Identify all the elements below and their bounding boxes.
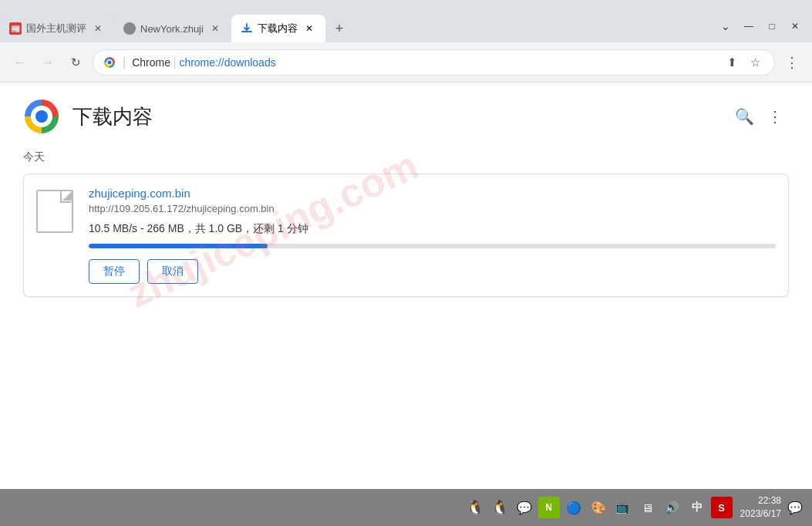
progress-bar-fill: [89, 244, 268, 248]
tab2-favicon: [123, 22, 136, 35]
chrome-logo-large: [23, 98, 60, 135]
taskbar-time: 22:38 2023/6/17: [740, 494, 781, 521]
more-options-button[interactable]: ⋮: [761, 103, 789, 130]
forward-button[interactable]: →: [37, 52, 59, 73]
page-header-actions: 🔍 ⋮: [730, 103, 789, 130]
taskbar-icon-bluetooth[interactable]: 🔵: [563, 497, 585, 518]
search-button[interactable]: 🔍: [730, 103, 758, 130]
download-actions: 暂停 取消: [89, 259, 776, 284]
taskbar-icon-qq1[interactable]: 🐧: [464, 497, 486, 518]
page-title: 下载内容: [72, 103, 153, 130]
bookmark-button[interactable]: ☆: [745, 52, 765, 72]
section-label: 今天: [23, 150, 789, 164]
time-display: 22:38: [758, 494, 781, 507]
page-header: 下载内容 🔍 ⋮: [23, 98, 789, 135]
cancel-button[interactable]: 取消: [147, 259, 198, 284]
taskbar: 🐧 🐧 💬 N 🔵 🎨 📺 🖥 🔊 中 S 22:38 2023/6/17 💬: [0, 489, 812, 526]
notification-button[interactable]: 💬: [784, 497, 806, 518]
taskbar-icon-app1[interactable]: 🎨: [588, 497, 609, 518]
taskbar-icon-display1[interactable]: 📺: [612, 497, 634, 518]
chrome-logo-small: [103, 56, 116, 69]
url-actions: ⬆ ☆: [722, 52, 765, 72]
page-content: 下载内容 🔍 ⋮ zhujiceping.com 今天 zhujiceping.…: [0, 83, 812, 489]
taskbar-icon-volume[interactable]: 🔊: [662, 497, 683, 518]
taskbar-icon-qq2[interactable]: 🐧: [489, 497, 510, 518]
url-bar[interactable]: | Chrome | chrome://downloads ⬆ ☆: [93, 49, 775, 76]
tab-1[interactable]: 📰 国外主机测评 ✕: [0, 15, 114, 42]
svg-point-5: [35, 110, 48, 123]
taskbar-icon-nvidia[interactable]: N: [538, 497, 560, 518]
minimize-button[interactable]: —: [738, 18, 760, 35]
taskbar-icon-ime[interactable]: 中: [686, 497, 708, 518]
taskbar-icon-wps[interactable]: S: [711, 497, 733, 518]
progress-bar-container: [89, 244, 776, 248]
download-card: zhujiceping.com.bin http://109.205.61.17…: [23, 174, 789, 297]
back-button[interactable]: ←: [9, 52, 31, 73]
address-bar: ← → ↻ | Chrome | chrome://downloads ⬆ ☆: [0, 42, 812, 83]
chevron-button[interactable]: ⌄: [715, 18, 736, 35]
tab-2[interactable]: NewYork.zhuji ✕: [114, 15, 231, 42]
browser-menu-button[interactable]: ⋮: [781, 52, 803, 73]
file-icon: [36, 190, 73, 233]
pause-button[interactable]: 暂停: [89, 259, 140, 284]
url-prefix: Chrome: [132, 56, 170, 69]
url-text: Chrome | chrome://downloads: [132, 56, 716, 69]
maximize-button[interactable]: □: [761, 18, 783, 35]
close-button[interactable]: ✕: [784, 18, 806, 35]
taskbar-icon-display2[interactable]: 🖥: [637, 497, 659, 518]
reload-button[interactable]: ↻: [65, 52, 86, 73]
share-button[interactable]: ⬆: [722, 52, 742, 72]
tab2-close[interactable]: ✕: [208, 22, 222, 35]
url-path: chrome://downloads: [179, 56, 275, 69]
tab3-close[interactable]: ✕: [302, 22, 316, 35]
tabs-container: 📰 国外主机测评 ✕ NewYork.zhuji ✕ 下载内容 ✕ +: [0, 0, 709, 42]
taskbar-icon-wechat[interactable]: 💬: [514, 497, 535, 518]
title-bar: 📰 国外主机测评 ✕ NewYork.zhuji ✕ 下载内容 ✕ +: [0, 0, 812, 42]
new-tab-button[interactable]: +: [329, 18, 350, 39]
window-controls: ⌄ — □ ✕: [709, 18, 812, 35]
tab-3[interactable]: 下载内容 ✕: [231, 15, 325, 42]
download-filename[interactable]: zhujiceping.com.bin: [89, 187, 776, 200]
tab1-favicon: 📰: [9, 22, 22, 35]
download-status: 10.5 MB/s - 266 MB，共 1.0 GB，还剩 1 分钟: [89, 222, 776, 236]
tab1-close[interactable]: ✕: [91, 22, 105, 35]
tab3-favicon: [241, 22, 253, 35]
tab2-label: NewYork.zhuji: [140, 23, 204, 35]
url-divider: |: [123, 56, 126, 69]
page-title-area: 下载内容: [23, 98, 153, 135]
download-url: http://109.205.61.172/zhujiceping.com.bi…: [89, 203, 776, 214]
tab3-label: 下载内容: [258, 22, 298, 35]
tab1-label: 国外主机测评: [26, 22, 86, 35]
svg-point-2: [108, 60, 112, 64]
date-display: 2023/6/17: [740, 507, 781, 521]
download-info: zhujiceping.com.bin http://109.205.61.17…: [89, 187, 776, 284]
